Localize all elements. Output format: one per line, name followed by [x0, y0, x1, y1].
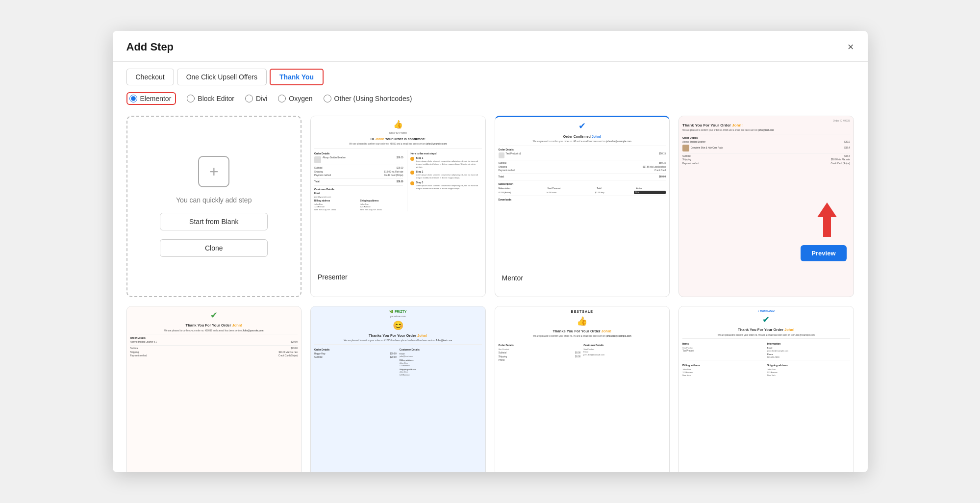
modal-header: Add Step ×	[113, 31, 868, 62]
template-6-preview: BESTSALE 👍 Thanks You For Your Order Joh…	[495, 306, 670, 458]
tab-checkout[interactable]: Checkout	[126, 69, 174, 85]
template-4-label	[127, 458, 302, 472]
presenter-preview: 👍 Order ID # 5869 Hi John! Your Order is…	[311, 116, 485, 268]
template-4-preview: ✔ Thank You For Your Order John! We are …	[127, 306, 302, 458]
clone-button[interactable]: Clone	[160, 239, 268, 257]
template-3-card[interactable]: Order ID #9935 Thank You For Your Order …	[678, 116, 854, 297]
template-5-preview: 🌿 FRIZTY yourstore.com 😊 Thanks You For …	[311, 306, 485, 458]
template-presenter-card[interactable]: 👍 Order ID # 5869 Hi John! Your Order is…	[310, 116, 486, 297]
radio-shortcodes[interactable]: Other (Using Shortcodes)	[324, 95, 412, 102]
template-3-preview-button[interactable]: Preview	[801, 245, 846, 261]
radio-block-editor[interactable]: Block Editor	[187, 95, 234, 102]
editor-radio-row: Elementor Block Editor Divi Oxygen Other…	[113, 85, 868, 112]
template-7-card[interactable]: ♦ YOUR LOGO ✔ Thank You For Your Order J…	[678, 306, 854, 472]
tab-one-click-upsell[interactable]: One Click Upsell Offers	[177, 69, 267, 85]
template-7-preview-button[interactable]: Preview	[739, 432, 793, 450]
template-6-label	[495, 458, 670, 472]
template-5-preview-button[interactable]: Preview	[371, 432, 425, 450]
template-5-label	[311, 458, 485, 472]
template-6-preview-button[interactable]: Preview	[555, 432, 609, 450]
mentor-label: Mentor	[495, 269, 670, 287]
presenter-label: Presenter	[311, 268, 485, 286]
template-7-label	[679, 458, 854, 472]
template-grid-area: + You can quickly add step Start from Bl…	[113, 112, 868, 472]
template-3-label	[679, 268, 854, 286]
add-icon: +	[198, 156, 229, 187]
radio-elementor[interactable]: Elementor	[126, 92, 176, 105]
template-5-card[interactable]: 🌿 FRIZTY yourstore.com 😊 Thanks You For …	[310, 306, 486, 472]
radio-divi[interactable]: Divi	[245, 95, 267, 102]
tabs-row: Checkout One Click Upsell Offers Thank Y…	[113, 62, 868, 85]
add-step-modal: Add Step × Checkout One Click Upsell Off…	[113, 31, 868, 472]
template-6-card[interactable]: BESTSALE 👍 Thanks You For Your Order Joh…	[495, 306, 670, 472]
mentor-preview-button[interactable]: Preview	[555, 243, 609, 260]
blank-card-text: You can quickly add step	[176, 196, 251, 204]
template-3-preview: Order ID #9935 Thank You For Your Order …	[679, 116, 854, 268]
template-4-card[interactable]: ✔ Thank You For Your Order John! We are …	[126, 306, 302, 472]
template-4-preview-button[interactable]: Preview	[187, 432, 241, 450]
mentor-preview: ✔ Order Confirmed John! We are pleased t…	[495, 117, 670, 269]
modal-title: Add Step	[126, 41, 174, 53]
template-7-preview: ♦ YOUR LOGO ✔ Thank You For Your Order J…	[679, 306, 854, 458]
template-mentor-card[interactable]: ✔ Order Confirmed John! We are pleased t…	[495, 116, 670, 297]
template-grid: + You can quickly add step Start from Bl…	[126, 116, 854, 472]
radio-oxygen[interactable]: Oxygen	[278, 95, 312, 102]
blank-card: + You can quickly add step Start from Bl…	[126, 116, 302, 297]
presenter-preview-button[interactable]: Preview	[371, 242, 425, 259]
tab-thank-you[interactable]: Thank You	[270, 69, 324, 85]
start-from-blank-button[interactable]: Start from Blank	[160, 213, 268, 230]
close-button[interactable]: ×	[848, 42, 854, 52]
